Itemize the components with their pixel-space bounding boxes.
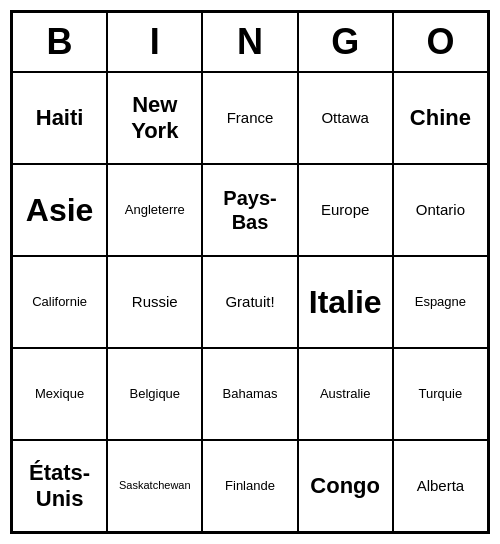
bingo-cell-15: Mexique — [12, 348, 107, 440]
bingo-cell-23: Congo — [298, 440, 393, 532]
bingo-cell-21: Saskatchewan — [107, 440, 202, 532]
bingo-cell-13: Italie — [298, 256, 393, 348]
bingo-cell-7: Pays-Bas — [202, 164, 297, 256]
bingo-cell-5: Asie — [12, 164, 107, 256]
header-g: G — [298, 12, 393, 72]
bingo-cell-0: Haiti — [12, 72, 107, 164]
bingo-cell-8: Europe — [298, 164, 393, 256]
bingo-cell-10: Californie — [12, 256, 107, 348]
bingo-cell-24: Alberta — [393, 440, 488, 532]
bingo-cell-2: France — [202, 72, 297, 164]
header-o: O — [393, 12, 488, 72]
bingo-cell-22: Finlande — [202, 440, 297, 532]
bingo-cell-12: Gratuit! — [202, 256, 297, 348]
bingo-cell-16: Belgique — [107, 348, 202, 440]
bingo-cell-1: New York — [107, 72, 202, 164]
bingo-cell-9: Ontario — [393, 164, 488, 256]
header-i: I — [107, 12, 202, 72]
bingo-card: B I N G O HaitiNew YorkFranceOttawaChine… — [10, 10, 490, 534]
bingo-cell-11: Russie — [107, 256, 202, 348]
bingo-cell-17: Bahamas — [202, 348, 297, 440]
bingo-cell-14: Espagne — [393, 256, 488, 348]
bingo-cell-3: Ottawa — [298, 72, 393, 164]
bingo-cell-20: États-Unis — [12, 440, 107, 532]
header-b: B — [12, 12, 107, 72]
header-n: N — [202, 12, 297, 72]
bingo-cell-19: Turquie — [393, 348, 488, 440]
bingo-cell-6: Angleterre — [107, 164, 202, 256]
bingo-cell-4: Chine — [393, 72, 488, 164]
bingo-cell-18: Australie — [298, 348, 393, 440]
